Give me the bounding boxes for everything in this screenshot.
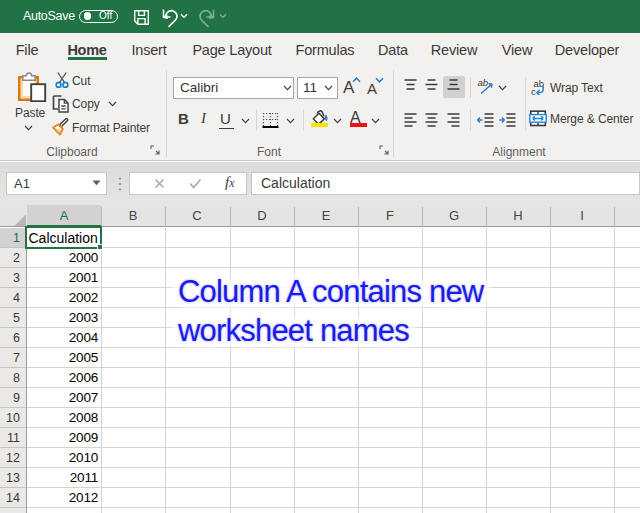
svg-text:ab: ab [478, 78, 489, 88]
svg-text:c: c [531, 86, 536, 96]
